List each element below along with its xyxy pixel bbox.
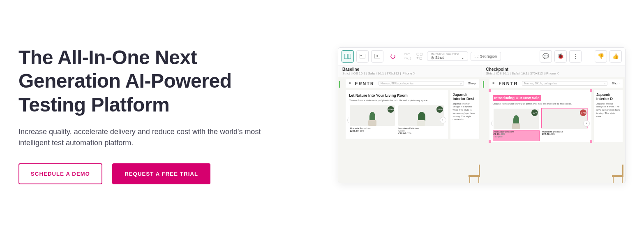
view-overlay-button[interactable]	[371, 50, 383, 63]
set-region-button[interactable]: ⛶Set region	[471, 52, 501, 61]
hamburger-icon[interactable]: ≡	[493, 81, 495, 85]
cta-buttons: SCHEDULE A DEMO REQUEST A FREE TRIAL	[18, 163, 298, 184]
baseline-card-heading: Let Nature Into Your Living Room	[349, 93, 445, 98]
diff-marker	[590, 89, 592, 92]
baseline-card-text: Choose from a wide variety of plants tha…	[349, 99, 445, 102]
product-card[interactable]: -10% Alocasia Portodora €9.90 -10% Your …	[493, 108, 540, 139]
discount-badge: -17%	[436, 106, 443, 113]
view-side-by-side-button[interactable]	[342, 50, 354, 63]
hamburger-icon[interactable]: ≡	[349, 81, 351, 85]
checkpoint-title: Checkpoint	[486, 67, 621, 72]
toggle-group-2-icon[interactable]: ▢▢T ▢	[415, 52, 425, 60]
product-card[interactable]: -17% Monstera Deliciosa €20.00 -17%	[541, 108, 588, 139]
match-level-label: Match level simulation	[431, 53, 464, 56]
checkpoint-meta: Strict | iOS 16.1 | Safari 16.1 | 375x81…	[486, 72, 621, 75]
comment-button[interactable]: 💬	[540, 50, 552, 63]
checkpoint-hero-card: Introducing Our New Sale Choose from a w…	[489, 90, 592, 142]
search-icon: ⌕	[460, 82, 462, 85]
mock-nav-shop[interactable]: Shop	[612, 81, 619, 85]
chevron-down-icon: ⌄	[461, 56, 464, 60]
discount-badge: -10%	[388, 106, 394, 113]
loading-icon	[386, 50, 400, 63]
japandi-card: Japandi Interior Desi Japandi interior d…	[450, 90, 479, 139]
search-icon: ⌕	[604, 82, 605, 85]
svg-point-6	[391, 54, 395, 58]
request-trial-button[interactable]: REQUEST A FREE TRIAL	[112, 163, 210, 184]
checkpoint-card-text: Choose from a wide variety of plants tha…	[493, 102, 589, 106]
diff-marker	[489, 89, 491, 92]
checkpoint-card-heading: Introducing Our New Sale	[493, 95, 541, 101]
baseline-meta: Strict | iOS 16.1 | Safari 16.1 | 375x81…	[342, 72, 478, 75]
thumbs-down-button[interactable]: 👎	[595, 50, 607, 63]
status-bar-icon	[339, 81, 340, 88]
match-level-select[interactable]: Match level simulation ◎Strict⌄	[427, 51, 468, 61]
bug-button[interactable]: 🐞	[554, 50, 567, 63]
mock-search-input[interactable]: Names, SKUs, categories⌕	[522, 81, 607, 86]
product-screenshot: ▭▭▭◯ ▢▢T ▢ Match level simulation ◎Stric…	[338, 47, 626, 183]
more-button[interactable]: ⋮	[569, 50, 582, 63]
toggle-group-icon[interactable]: ▭▭▭◯	[402, 52, 412, 60]
target-icon: ◎	[431, 56, 434, 60]
discount-badge: -17%	[580, 109, 586, 116]
baseline-panel: Baseline Strict | iOS 16.1 | Safari 16.1…	[338, 65, 482, 183]
hero-title: The All-In-One Next Generation AI-Powere…	[18, 46, 298, 117]
card2-heading: Japandi Interior D	[596, 93, 620, 101]
mock-nav-shop[interactable]: Shop	[468, 81, 476, 85]
checkpoint-panel: Checkpoint Strict | iOS 16.1 | Safari 16…	[482, 65, 626, 183]
svg-rect-0	[344, 54, 347, 59]
baseline-title: Baseline	[342, 67, 478, 72]
mock-header: ≡ FRNTR Names, SKUs, categories⌕ Shop	[489, 79, 623, 88]
japandi-card: Japandi Interior D Japandi interior desi…	[594, 90, 623, 142]
svg-rect-2	[360, 54, 365, 58]
svg-rect-3	[360, 55, 362, 56]
crop-icon: ⛶	[475, 54, 478, 58]
status-bar-icon	[483, 81, 484, 88]
mock-header: ≡ FRNTR Names, SKUs, categories⌕ Shop	[346, 79, 479, 88]
comparison-panels: Baseline Strict | iOS 16.1 | Safari 16.1…	[338, 65, 625, 183]
comparison-toolbar: ▭▭▭◯ ▢▢T ▢ Match level simulation ◎Stric…	[338, 48, 625, 65]
mock-logo: FRNTR	[499, 81, 518, 86]
card2-heading: Japandi Interior Desi	[453, 93, 477, 101]
view-single-button[interactable]	[356, 50, 369, 63]
baseline-hero-card: Let Nature Into Your Living Room Choose …	[346, 90, 448, 139]
card2-text: Japandi interior design is a hybrid west…	[453, 102, 477, 122]
product-card[interactable]: -10% Alocasia Portodora €208.80 -10%	[349, 105, 396, 135]
thumbs-up-button[interactable]: 👍	[609, 50, 622, 63]
schedule-demo-button[interactable]: SCHEDULE A DEMO	[18, 163, 102, 184]
svg-rect-1	[348, 54, 351, 59]
mock-search-input[interactable]: Names, SKUs, categories⌕	[379, 81, 464, 86]
carousel-next-button[interactable]: ›	[440, 117, 446, 123]
diff-marker	[590, 140, 592, 143]
diff-marker	[489, 140, 491, 143]
hero-subtitle: Increase quality, accelerate delivery an…	[18, 126, 286, 149]
mock-logo: FRNTR	[355, 81, 374, 86]
card2-text: Japandi interior design is a west. The s…	[596, 102, 620, 118]
svg-point-5	[376, 55, 378, 57]
product-card[interactable]: -17% Monstera Deliciosa €24.00 €20.00 -1…	[397, 105, 444, 135]
discount-badge: -10%	[531, 109, 538, 116]
carousel-next-button[interactable]: ›	[583, 120, 590, 127]
